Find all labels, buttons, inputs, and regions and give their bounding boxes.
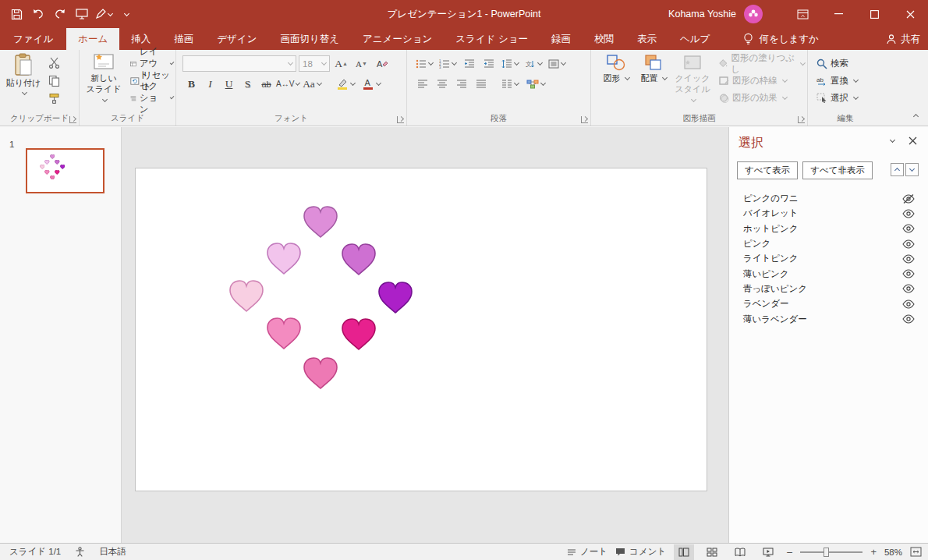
hide-all-button[interactable]: すべて非表示 <box>802 161 873 179</box>
tab-画面切り替え[interactable]: 画面切り替え <box>268 28 351 50</box>
tab-表示[interactable]: 表示 <box>625 28 668 50</box>
collapse-ribbon-button[interactable] <box>909 110 922 121</box>
eye-icon[interactable] <box>900 254 917 264</box>
heart-light-pink[interactable] <box>265 317 303 351</box>
select-button[interactable]: 選択 <box>814 90 860 106</box>
selection-item-薄いラベンダー[interactable]: 薄いラベンダー <box>729 311 928 326</box>
highlight-color-button[interactable] <box>333 76 358 92</box>
numbering-button[interactable]: 123 <box>437 55 459 72</box>
tab-アニメーション[interactable]: アニメーション <box>351 28 444 50</box>
align-center-button[interactable] <box>433 76 451 92</box>
eye-icon[interactable] <box>900 284 917 293</box>
clipboard-dialog-launcher[interactable] <box>69 116 76 123</box>
start-slideshow-icon[interactable] <box>72 4 92 24</box>
columns-button[interactable] <box>499 76 521 92</box>
align-right-button[interactable] <box>452 76 470 92</box>
selection-item-ホットピンク[interactable]: ホットピンク <box>729 222 928 236</box>
tab-スライド ショー[interactable]: スライド ショー <box>444 28 540 50</box>
normal-view-button[interactable] <box>674 544 694 560</box>
customize-quick-access-icon[interactable] <box>115 4 136 24</box>
maximize-button[interactable] <box>856 0 892 28</box>
align-left-button[interactable] <box>413 76 431 92</box>
tab-ホーム[interactable]: ホーム <box>66 28 119 50</box>
tab-file[interactable]: ファイル <box>0 28 66 50</box>
line-spacing-button[interactable] <box>499 55 521 72</box>
heart-hot-pink[interactable] <box>340 317 377 352</box>
shapes-button[interactable]: 図形 <box>599 53 633 84</box>
italic-button[interactable]: I <box>201 76 219 92</box>
save-icon[interactable] <box>6 4 27 24</box>
selection-item-ピンクのワニ[interactable]: ピンクのワニ <box>729 191 928 206</box>
heart-pale-lavender[interactable] <box>302 205 339 239</box>
new-slide-button[interactable]: 新しいスライド <box>84 53 123 105</box>
share-button[interactable]: 共有 <box>887 28 920 50</box>
font-dialog-launcher[interactable] <box>397 116 404 123</box>
underline-button[interactable]: U <box>220 76 238 92</box>
heart-pale-pink[interactable] <box>228 279 265 314</box>
undo-icon[interactable] <box>28 4 48 24</box>
section-button[interactable]: セクション <box>128 90 175 106</box>
bullets-button[interactable] <box>413 55 435 72</box>
reading-view-button[interactable] <box>730 544 750 560</box>
copy-button[interactable] <box>45 73 63 89</box>
eye-slash-icon[interactable] <box>900 194 917 204</box>
increase-font-size-button[interactable]: A▲ <box>332 55 350 72</box>
decrease-font-size-button[interactable]: A▼ <box>352 55 370 72</box>
accessibility-icon[interactable] <box>75 547 85 557</box>
close-button[interactable] <box>892 0 928 28</box>
eye-icon[interactable] <box>900 299 917 309</box>
pane-options-chevron-icon[interactable] <box>890 137 895 143</box>
shape-fill-button[interactable]: 図形の塗りつぶし <box>716 55 807 72</box>
language-indicator[interactable]: 日本語 <box>99 546 126 558</box>
bold-button[interactable]: B <box>182 76 200 92</box>
eye-icon[interactable] <box>900 209 917 218</box>
reorder-down-button[interactable] <box>905 163 919 176</box>
character-spacing-button[interactable]: A↔V <box>276 76 299 92</box>
fit-to-window-icon[interactable] <box>910 547 922 557</box>
slide-canvas[interactable] <box>135 168 707 491</box>
zoom-out-button[interactable]: − <box>786 546 792 558</box>
eye-icon[interactable] <box>900 239 917 249</box>
tell-me-box[interactable]: 何をしますか <box>743 28 818 50</box>
font-name-combobox[interactable] <box>182 55 296 72</box>
slide-counter[interactable]: スライド 1/1 <box>9 546 61 558</box>
format-painter-button[interactable] <box>45 90 63 107</box>
paste-button[interactable]: 貼り付け <box>5 53 41 96</box>
selection-item-薄いピンク[interactable]: 薄いピンク <box>729 266 928 281</box>
change-case-button[interactable]: Aa <box>300 76 324 92</box>
font-size-combobox[interactable]: 18 <box>299 55 330 72</box>
shape-effects-button[interactable]: 図形の効果 <box>716 90 807 106</box>
minimize-button[interactable] <box>820 0 856 28</box>
text-direction-button[interactable]: 文 <box>522 55 544 72</box>
text-shadow-button[interactable]: S <box>239 76 257 92</box>
shape-outline-button[interactable]: 図形の枠線 <box>716 73 807 89</box>
cut-button[interactable] <box>45 55 63 71</box>
find-button[interactable]: 検索 <box>814 55 860 72</box>
slideshow-view-button[interactable] <box>758 544 778 560</box>
reorder-up-button[interactable] <box>891 163 904 176</box>
slide-sorter-view-button[interactable] <box>702 544 722 560</box>
convert-to-smartart-button[interactable] <box>522 76 549 92</box>
heart-bluish-pink[interactable] <box>265 242 303 276</box>
paragraph-dialog-launcher[interactable] <box>581 116 588 123</box>
pen-icon[interactable] <box>94 4 114 24</box>
comments-button[interactable]: コメント <box>615 546 666 558</box>
strikethrough-button[interactable]: ab <box>257 76 275 92</box>
zoom-level[interactable]: 58% <box>884 548 902 557</box>
drawing-dialog-launcher[interactable] <box>798 116 805 123</box>
eye-icon[interactable] <box>900 269 917 278</box>
tab-録画[interactable]: 録画 <box>540 28 583 50</box>
eye-icon[interactable] <box>900 224 917 233</box>
close-pane-icon[interactable] <box>909 136 917 145</box>
tab-校閲[interactable]: 校閲 <box>583 28 625 50</box>
tab-ヘルプ[interactable]: ヘルプ <box>668 28 721 50</box>
zoom-slider-thumb[interactable] <box>824 548 829 557</box>
slide-thumbnail[interactable] <box>26 148 104 193</box>
justify-button[interactable] <box>472 76 490 92</box>
show-all-button[interactable]: すべて表示 <box>737 161 798 179</box>
notes-button[interactable]: ノート <box>567 546 607 558</box>
avatar[interactable] <box>744 5 763 23</box>
zoom-in-button[interactable]: + <box>870 546 877 558</box>
redo-icon[interactable] <box>50 4 70 24</box>
align-text-button[interactable] <box>546 55 568 72</box>
